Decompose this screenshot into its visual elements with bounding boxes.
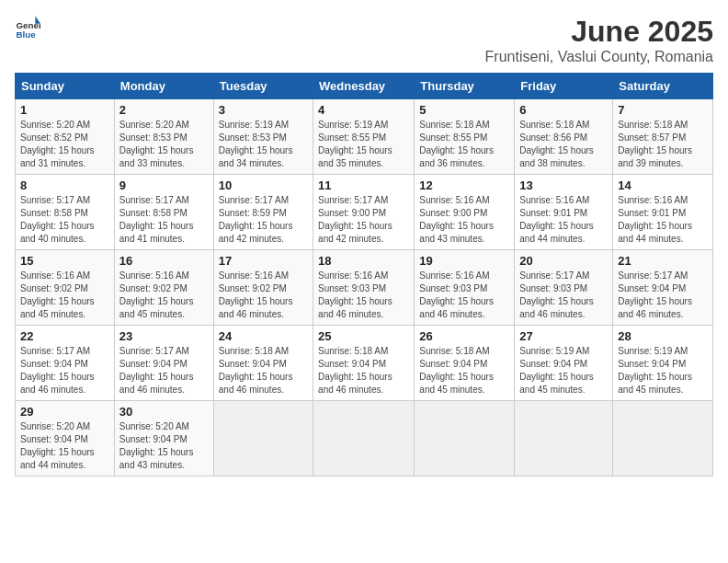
table-row	[415, 401, 515, 477]
table-row: 16 Sunrise: 5:16 AMSunset: 9:02 PMDaylig…	[114, 250, 213, 326]
day-info: Sunrise: 5:19 AMSunset: 8:53 PMDaylight:…	[219, 120, 293, 168]
table-row: 7 Sunrise: 5:18 AMSunset: 8:57 PMDayligh…	[613, 99, 713, 175]
day-info: Sunrise: 5:19 AMSunset: 9:04 PMDaylight:…	[519, 346, 594, 395]
table-row: 28 Sunrise: 5:19 AMSunset: 9:04 PMDaylig…	[613, 326, 713, 401]
day-number: 19	[419, 254, 509, 268]
svg-text:Blue: Blue	[16, 29, 36, 40]
day-info: Sunrise: 5:20 AMSunset: 8:52 PMDaylight:…	[20, 120, 95, 168]
day-number: 7	[618, 103, 708, 117]
table-row: 12 Sunrise: 5:16 AMSunset: 9:00 PMDaylig…	[415, 175, 515, 250]
table-row: 8 Sunrise: 5:17 AMSunset: 8:58 PMDayligh…	[16, 175, 115, 250]
logo-icon: General Blue	[15, 15, 40, 40]
table-row: 20 Sunrise: 5:17 AMSunset: 9:03 PMDaylig…	[515, 250, 613, 326]
day-number: 16	[119, 254, 209, 268]
calendar-table: Sunday Monday Tuesday Wednesday Thursday…	[15, 73, 713, 477]
day-number: 9	[119, 178, 209, 192]
day-number: 23	[119, 329, 209, 343]
table-row: 24 Sunrise: 5:18 AMSunset: 9:04 PMDaylig…	[213, 326, 313, 401]
day-info: Sunrise: 5:20 AMSunset: 8:53 PMDaylight:…	[119, 120, 194, 168]
table-row: 6 Sunrise: 5:18 AMSunset: 8:56 PMDayligh…	[515, 99, 613, 175]
table-row: 26 Sunrise: 5:18 AMSunset: 9:04 PMDaylig…	[415, 326, 515, 401]
table-row: 29 Sunrise: 5:20 AMSunset: 9:04 PMDaylig…	[16, 401, 115, 477]
table-row: 4 Sunrise: 5:19 AMSunset: 8:55 PMDayligh…	[313, 99, 415, 175]
table-row: 13 Sunrise: 5:16 AMSunset: 9:01 PMDaylig…	[515, 175, 613, 250]
logo: General Blue	[15, 15, 40, 40]
day-info: Sunrise: 5:16 AMSunset: 9:03 PMDaylight:…	[419, 270, 494, 319]
table-row: 15 Sunrise: 5:16 AMSunset: 9:02 PMDaylig…	[16, 250, 115, 326]
calendar-week-row: 22 Sunrise: 5:17 AMSunset: 9:04 PMDaylig…	[16, 326, 713, 401]
day-info: Sunrise: 5:17 AMSunset: 8:58 PMDaylight:…	[119, 195, 194, 244]
table-row: 25 Sunrise: 5:18 AMSunset: 9:04 PMDaylig…	[313, 326, 415, 401]
day-info: Sunrise: 5:20 AMSunset: 9:04 PMDaylight:…	[20, 421, 95, 470]
table-row: 9 Sunrise: 5:17 AMSunset: 8:58 PMDayligh…	[114, 175, 213, 250]
day-info: Sunrise: 5:17 AMSunset: 9:03 PMDaylight:…	[519, 270, 594, 319]
header-monday: Monday	[114, 74, 213, 99]
day-number: 1	[20, 103, 109, 117]
calendar-subtitle: Fruntiseni, Vaslui County, Romania	[485, 49, 713, 65]
day-number: 25	[318, 329, 409, 343]
day-number: 14	[618, 178, 708, 192]
calendar-week-row: 1 Sunrise: 5:20 AMSunset: 8:52 PMDayligh…	[16, 99, 713, 175]
day-number: 13	[519, 178, 608, 192]
table-row: 21 Sunrise: 5:17 AMSunset: 9:04 PMDaylig…	[613, 250, 713, 326]
calendar-week-row: 15 Sunrise: 5:16 AMSunset: 9:02 PMDaylig…	[16, 250, 713, 326]
table-row: 5 Sunrise: 5:18 AMSunset: 8:55 PMDayligh…	[415, 99, 515, 175]
table-row: 2 Sunrise: 5:20 AMSunset: 8:53 PMDayligh…	[114, 99, 213, 175]
day-number: 21	[618, 254, 708, 268]
day-info: Sunrise: 5:18 AMSunset: 8:55 PMDaylight:…	[419, 120, 494, 168]
day-info: Sunrise: 5:16 AMSunset: 9:00 PMDaylight:…	[419, 195, 494, 244]
day-number: 29	[20, 405, 109, 419]
day-number: 6	[519, 103, 608, 117]
header-friday: Friday	[515, 74, 613, 99]
header-sunday: Sunday	[16, 74, 115, 99]
header-saturday: Saturday	[613, 74, 713, 99]
day-info: Sunrise: 5:18 AMSunset: 9:04 PMDaylight:…	[219, 346, 293, 395]
header-tuesday: Tuesday	[213, 74, 313, 99]
day-info: Sunrise: 5:16 AMSunset: 9:02 PMDaylight:…	[219, 270, 293, 319]
day-number: 8	[20, 178, 109, 192]
day-number: 10	[219, 178, 308, 192]
table-row: 1 Sunrise: 5:20 AMSunset: 8:52 PMDayligh…	[16, 99, 115, 175]
day-number: 22	[20, 329, 109, 343]
day-info: Sunrise: 5:16 AMSunset: 9:01 PMDaylight:…	[618, 195, 692, 244]
day-number: 2	[119, 103, 209, 117]
header-thursday: Thursday	[415, 74, 515, 99]
table-row: 22 Sunrise: 5:17 AMSunset: 9:04 PMDaylig…	[16, 326, 115, 401]
day-info: Sunrise: 5:20 AMSunset: 9:04 PMDaylight:…	[119, 421, 194, 470]
table-row: 23 Sunrise: 5:17 AMSunset: 9:04 PMDaylig…	[114, 326, 213, 401]
day-number: 20	[519, 254, 608, 268]
day-number: 5	[419, 103, 509, 117]
calendar-week-row: 8 Sunrise: 5:17 AMSunset: 8:58 PMDayligh…	[16, 175, 713, 250]
table-row	[213, 401, 313, 477]
calendar-title: June 2025	[485, 15, 713, 49]
day-number: 4	[318, 103, 409, 117]
day-number: 12	[419, 178, 509, 192]
day-number: 3	[219, 103, 308, 117]
day-info: Sunrise: 5:18 AMSunset: 8:56 PMDaylight:…	[519, 120, 594, 168]
day-info: Sunrise: 5:18 AMSunset: 9:04 PMDaylight:…	[419, 346, 494, 395]
day-info: Sunrise: 5:18 AMSunset: 9:04 PMDaylight:…	[318, 346, 392, 395]
day-info: Sunrise: 5:16 AMSunset: 9:02 PMDaylight:…	[20, 270, 95, 319]
table-row: 10 Sunrise: 5:17 AMSunset: 8:59 PMDaylig…	[213, 175, 313, 250]
table-row	[313, 401, 415, 477]
day-info: Sunrise: 5:17 AMSunset: 9:00 PMDaylight:…	[318, 195, 392, 244]
header-wednesday: Wednesday	[313, 74, 415, 99]
day-info: Sunrise: 5:16 AMSunset: 9:03 PMDaylight:…	[318, 270, 392, 319]
svg-marker-2	[35, 16, 40, 23]
day-info: Sunrise: 5:16 AMSunset: 9:02 PMDaylight:…	[119, 270, 194, 319]
day-info: Sunrise: 5:17 AMSunset: 8:59 PMDaylight:…	[219, 195, 293, 244]
table-row: 11 Sunrise: 5:17 AMSunset: 9:00 PMDaylig…	[313, 175, 415, 250]
calendar-header-row: Sunday Monday Tuesday Wednesday Thursday…	[16, 74, 713, 99]
day-number: 17	[219, 254, 308, 268]
table-row: 3 Sunrise: 5:19 AMSunset: 8:53 PMDayligh…	[213, 99, 313, 175]
table-row: 17 Sunrise: 5:16 AMSunset: 9:02 PMDaylig…	[213, 250, 313, 326]
day-info: Sunrise: 5:17 AMSunset: 8:58 PMDaylight:…	[20, 195, 95, 244]
table-row: 27 Sunrise: 5:19 AMSunset: 9:04 PMDaylig…	[515, 326, 613, 401]
table-row: 30 Sunrise: 5:20 AMSunset: 9:04 PMDaylig…	[114, 401, 213, 477]
day-number: 27	[519, 329, 608, 343]
day-info: Sunrise: 5:19 AMSunset: 9:04 PMDaylight:…	[618, 346, 692, 395]
day-number: 24	[219, 329, 308, 343]
day-info: Sunrise: 5:19 AMSunset: 8:55 PMDaylight:…	[318, 120, 392, 168]
table-row	[515, 401, 613, 477]
page-header: General Blue June 2025 Fruntiseni, Vaslu…	[15, 15, 713, 65]
